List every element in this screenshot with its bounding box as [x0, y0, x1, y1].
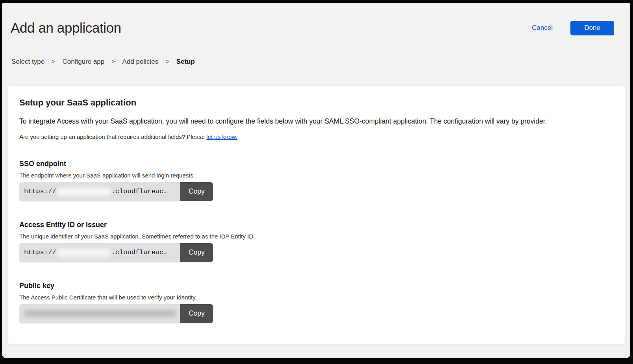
field-description: The endpoint where your SaaS application… — [19, 172, 614, 179]
redacted-value — [24, 310, 176, 317]
breadcrumb-step-add-policies[interactable]: Add policies — [122, 58, 159, 66]
value-prefix: https:// — [24, 188, 56, 195]
field-label: Public key — [19, 282, 614, 290]
field-access-entity-id: Access Entity ID or Issuer The unique id… — [19, 221, 614, 262]
public-key-value-box: Copy — [19, 304, 213, 323]
breadcrumb: Select type > Configure app > Add polici… — [11, 58, 630, 66]
setup-card: Setup your SaaS application To integrate… — [8, 85, 625, 345]
public-key-value — [19, 304, 180, 323]
field-public-key: Public key The Access Public Certificate… — [19, 282, 614, 323]
value-suffix: .cloudflareac… — [111, 188, 168, 195]
let-us-know-link[interactable]: let us know. — [206, 133, 237, 140]
page-title: Add an application — [11, 20, 121, 36]
header-actions: Cancel Done — [532, 21, 614, 35]
field-description: The unique identifier of your SaaS appli… — [19, 233, 614, 240]
breadcrumb-step-setup[interactable]: Setup — [176, 58, 195, 66]
card-title: Setup your SaaS application — [19, 98, 614, 108]
page-header: Add an application Cancel Done — [11, 20, 614, 36]
card-note: Are you setting up an application that r… — [19, 133, 614, 140]
breadcrumb-separator: > — [111, 58, 115, 65]
cancel-button[interactable]: Cancel — [532, 24, 553, 32]
copy-button[interactable]: Copy — [180, 243, 213, 262]
value-suffix: .cloudflareac… — [111, 249, 168, 256]
breadcrumb-separator: > — [165, 58, 169, 65]
copy-button[interactable]: Copy — [180, 182, 213, 201]
breadcrumb-step-configure-app[interactable]: Configure app — [62, 58, 104, 66]
done-button[interactable]: Done — [570, 21, 614, 35]
sso-endpoint-value-box: https:// .cloudflareac… Copy — [19, 182, 213, 201]
card-intro: To integrate Access with your SaaS appli… — [19, 117, 614, 126]
breadcrumb-step-select-type[interactable]: Select type — [11, 58, 44, 66]
field-sso-endpoint: SSO endpoint The endpoint where your Saa… — [19, 160, 614, 201]
redacted-value — [57, 249, 111, 257]
field-label: Access Entity ID or Issuer — [19, 221, 614, 229]
access-entity-id-value-box: https:// .cloudflareac… Copy — [19, 243, 213, 262]
note-text: Are you setting up an application that r… — [19, 133, 206, 140]
value-prefix: https:// — [24, 249, 56, 256]
field-description: The Access Public Certificate that will … — [19, 294, 614, 301]
page: Add an application Cancel Done Select ty… — [2, 3, 630, 358]
access-entity-id-value: https:// .cloudflareac… — [19, 243, 180, 262]
sso-endpoint-value: https:// .cloudflareac… — [19, 182, 180, 201]
redacted-value — [57, 188, 111, 196]
field-label: SSO endpoint — [19, 160, 614, 168]
breadcrumb-separator: > — [52, 58, 55, 65]
copy-button[interactable]: Copy — [180, 304, 213, 323]
